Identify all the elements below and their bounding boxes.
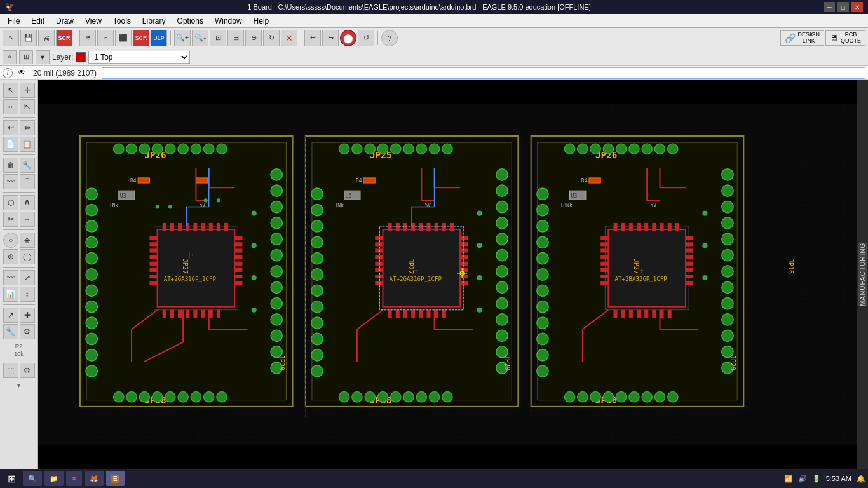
zoom-in-btn[interactable]: 🔍+ bbox=[174, 30, 191, 46]
svg-point-271 bbox=[537, 269, 548, 280]
main-area: ↖ ✛ ↔ ⇱ ↩ ⇔ 📄 📋 🗑 🔧 〰 ⌒ ⬡ A bbox=[0, 80, 868, 469]
param-tool[interactable]: ⚙ bbox=[20, 324, 35, 339]
start-button[interactable]: ⊞ bbox=[3, 471, 20, 486]
snap-btn[interactable]: ⌖ bbox=[3, 50, 17, 64]
menu-edit[interactable]: Edit bbox=[26, 15, 50, 27]
wire-tool[interactable]: 〰 bbox=[3, 174, 18, 189]
design-link-button[interactable]: 🔗 DESIGNLINK bbox=[780, 30, 824, 46]
svg-point-116 bbox=[429, 144, 439, 154]
route-tool[interactable]: 〰 bbox=[3, 270, 18, 285]
move-tool[interactable]: ↔ bbox=[3, 99, 18, 114]
cam-btn[interactable]: ⬛ bbox=[115, 30, 132, 46]
copy-tool[interactable]: ⇱ bbox=[20, 99, 35, 114]
svg-rect-248 bbox=[637, 310, 641, 318]
restore-button[interactable]: □ bbox=[837, 2, 849, 12]
collapse-btn[interactable]: ▾ bbox=[17, 382, 20, 389]
layer-select[interactable]: 1 Top 2 Route2 15 Route15 16 Bottom 17 P… bbox=[88, 51, 190, 64]
zoom-fit-btn[interactable]: ⊞ bbox=[227, 30, 244, 46]
svg-text:JP27: JP27 bbox=[633, 259, 640, 274]
fanout-tool[interactable]: 📊 bbox=[3, 287, 18, 302]
svg-rect-217 bbox=[608, 229, 686, 307]
arc-tool[interactable]: ⌒ bbox=[20, 174, 35, 189]
cross-tool[interactable]: ✛ bbox=[20, 83, 35, 98]
via-tool[interactable]: ⊕ bbox=[3, 249, 18, 264]
replace-tool[interactable]: 🔧 bbox=[3, 324, 18, 339]
svg-text:5V: 5V bbox=[650, 202, 656, 208]
route2-tool[interactable]: ↗ bbox=[20, 270, 35, 285]
ratsnest-btn[interactable]: ≋ bbox=[79, 30, 96, 46]
svg-point-62 bbox=[271, 314, 282, 325]
window-title: 1 Board - C:\Users\sssss\Documents\EAGLE… bbox=[15, 3, 824, 11]
zoom-custom-btn[interactable]: ⊕ bbox=[245, 30, 262, 46]
menu-file[interactable]: File bbox=[3, 15, 25, 27]
autoroute-tool[interactable]: ↕ bbox=[20, 287, 35, 302]
help-btn[interactable]: ? bbox=[381, 30, 398, 46]
mirror-tool[interactable]: ⇔ bbox=[20, 120, 35, 135]
lt-row-4: 📄 📋 bbox=[3, 137, 35, 152]
svg-point-84 bbox=[178, 392, 188, 402]
menu-library[interactable]: Library bbox=[137, 15, 171, 27]
new-tool[interactable]: 📄 bbox=[3, 137, 18, 152]
menu-tools[interactable]: Tools bbox=[108, 15, 136, 27]
search-button[interactable]: 🔍 bbox=[23, 471, 42, 486]
arrow-tool[interactable]: ↖ bbox=[3, 83, 18, 98]
cut-tool[interactable]: ✂ bbox=[3, 212, 18, 227]
rotate-btn[interactable]: ↺ bbox=[358, 30, 374, 46]
filter-btn[interactable]: ▼ bbox=[36, 50, 50, 64]
lt-sep-3 bbox=[3, 192, 35, 193]
svg-rect-122 bbox=[375, 236, 383, 240]
explorer-button[interactable]: 📁 bbox=[44, 471, 64, 486]
grid-btn[interactable]: ⊞ bbox=[19, 50, 33, 64]
minimize-button[interactable]: ─ bbox=[824, 2, 835, 12]
ulp-btn[interactable]: ULP bbox=[151, 30, 167, 46]
svg-point-208 bbox=[578, 144, 588, 154]
info-tool[interactable]: 🔧 bbox=[20, 158, 35, 173]
script-btn[interactable]: SCR bbox=[56, 30, 72, 46]
paste-tool[interactable]: 📋 bbox=[20, 137, 35, 152]
group-tool[interactable]: ⬚ bbox=[3, 363, 18, 378]
print-btn[interactable]: 🖨 bbox=[38, 30, 55, 46]
zoom-out-btn[interactable]: 🔍- bbox=[192, 30, 208, 46]
eagle-task-button[interactable]: E bbox=[106, 471, 125, 486]
lt-row-11: 〰 ↗ bbox=[3, 270, 35, 285]
zoom-area-btn[interactable]: ⊡ bbox=[210, 30, 226, 46]
svg-rect-237 bbox=[621, 223, 625, 231]
close-task-button[interactable]: ✕ bbox=[66, 471, 82, 486]
stop-btn[interactable]: ⬤ bbox=[340, 30, 356, 46]
delete-tool[interactable]: 🗑 bbox=[3, 158, 18, 173]
pcb-quote-button[interactable]: 🖥 PCBQUOTE bbox=[825, 30, 865, 46]
rotate-tool[interactable]: ↩ bbox=[3, 120, 18, 135]
pad-tool[interactable]: ◈ bbox=[20, 233, 35, 248]
schematic-btn[interactable]: SCR bbox=[133, 30, 149, 46]
cross-btn[interactable]: ✕ bbox=[281, 30, 297, 46]
svg-point-11 bbox=[191, 144, 201, 154]
svg-point-55 bbox=[271, 201, 282, 212]
close-button[interactable]: ✕ bbox=[851, 2, 863, 12]
svg-point-214 bbox=[654, 144, 665, 154]
circle-tool[interactable]: ○ bbox=[3, 233, 18, 248]
select-tool[interactable]: ↖ bbox=[3, 30, 19, 46]
hole-tool[interactable]: ◯ bbox=[20, 249, 35, 264]
svg-rect-42 bbox=[209, 223, 213, 231]
text-tool[interactable]: A bbox=[20, 195, 35, 210]
menu-help[interactable]: Help bbox=[248, 15, 275, 27]
menu-view[interactable]: View bbox=[80, 15, 107, 27]
notification-icon[interactable]: 🔔 bbox=[857, 475, 865, 483]
smash-tool[interactable]: ✚ bbox=[20, 308, 35, 323]
add-tool[interactable]: ↗ bbox=[3, 308, 18, 323]
menu-options[interactable]: Options bbox=[172, 15, 208, 27]
coord-display: 20 mil (1989 2107) bbox=[33, 69, 97, 78]
poly-tool[interactable]: ⬡ bbox=[3, 195, 18, 210]
pcb-canvas[interactable]: JP26 AT+2GA316P_1CFP bbox=[38, 80, 868, 469]
redraw-btn[interactable]: ↻ bbox=[263, 30, 280, 46]
undo-btn[interactable]: ↩ bbox=[304, 30, 321, 46]
change-tool[interactable]: ⚙ bbox=[20, 363, 35, 378]
split-tool[interactable]: ↔ bbox=[20, 212, 35, 227]
menu-window[interactable]: Window bbox=[210, 15, 247, 27]
firefox-button[interactable]: 🦊 bbox=[85, 471, 104, 486]
command-input[interactable] bbox=[102, 67, 865, 79]
save-btn[interactable]: 💾 bbox=[20, 30, 37, 46]
menu-draw[interactable]: Draw bbox=[51, 15, 79, 27]
redo-btn[interactable]: ↪ bbox=[322, 30, 339, 46]
drc-btn[interactable]: ≈ bbox=[97, 30, 114, 46]
